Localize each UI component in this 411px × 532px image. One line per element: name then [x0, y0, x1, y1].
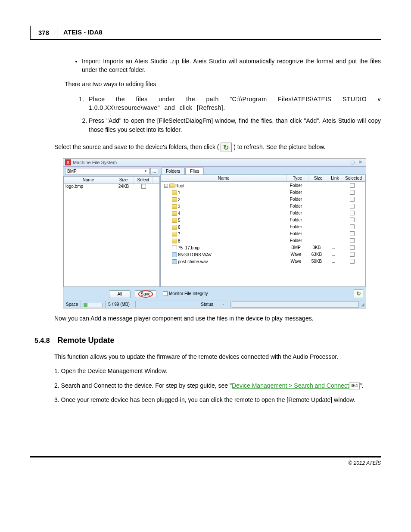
- checkbox-icon[interactable]: [350, 224, 355, 229]
- remote-step-2b: ".: [360, 382, 364, 389]
- table-row[interactable]: 1Folder: [162, 190, 364, 196]
- table-row[interactable]: 2Folder: [162, 196, 364, 203]
- machine-file-system-window: X Machine File System — ▢ ✕ BMP ▼ …: [63, 158, 366, 308]
- select-source-a: Select the source and save to the device…: [54, 143, 219, 150]
- table-row[interactable]: –RootFolder: [162, 183, 364, 190]
- checkbox-icon[interactable]: [350, 211, 355, 215]
- checkbox-icon[interactable]: [350, 245, 355, 250]
- col-name-r: Name: [161, 175, 287, 181]
- select-source-b: ) to refresh. See the picture below.: [234, 143, 325, 150]
- status-space-value: 5 / 99 (MB): [106, 301, 136, 308]
- status-space-progress: [81, 301, 106, 308]
- monitor-integrity-checkbox[interactable]: Monitor File Integrity: [163, 291, 208, 296]
- save-button[interactable]: Save: [135, 290, 156, 298]
- minimize-button[interactable]: —: [341, 160, 349, 165]
- folder-icon: [169, 184, 174, 188]
- col-selected: Selected: [342, 175, 365, 181]
- status-space-label: Space: [63, 301, 81, 308]
- window-title: Machine File System: [73, 160, 117, 165]
- checkbox-icon[interactable]: [141, 184, 146, 189]
- two-ways-text: There are two ways to adding files: [65, 80, 381, 89]
- checkbox-icon[interactable]: [350, 197, 355, 202]
- wave-icon: [172, 252, 177, 257]
- bullet-import: Import: Imports an Ateis Studio .zip fil…: [82, 57, 381, 74]
- col-name: Name: [64, 177, 113, 183]
- page-header: 378 ATEIS - IDA8: [30, 26, 381, 40]
- folder-icon: [172, 204, 177, 209]
- page-number: 378: [30, 26, 57, 39]
- checkbox-icon[interactable]: [350, 252, 355, 257]
- monitor-integrity-label: Monitor File Integrity: [169, 291, 208, 296]
- table-row[interactable]: 8Folder: [162, 238, 364, 245]
- filetype-combo-value: BMP: [67, 169, 77, 174]
- remote-step-2: 2. Search and Connect to the device. For…: [54, 382, 381, 390]
- checkbox-icon[interactable]: [350, 218, 355, 222]
- folder-icon: [172, 225, 177, 230]
- filetype-combo[interactable]: BMP ▼: [65, 168, 149, 175]
- left-file-grid[interactable]: logo.bmp24KB: [63, 184, 160, 287]
- folder-icon: [172, 239, 177, 243]
- status-gauge: [232, 302, 359, 308]
- document-title: ATEIS - IDA8: [57, 26, 109, 39]
- section-title: Remote Update: [58, 336, 115, 345]
- remote-step-1: 1. Open the Device Management Window.: [54, 367, 381, 376]
- folder-icon: [172, 190, 177, 195]
- status-label: Status: [198, 301, 216, 308]
- collapse-icon[interactable]: –: [164, 184, 168, 188]
- checkbox-icon[interactable]: [350, 183, 355, 188]
- section-intro: This function allows you to update the f…: [54, 353, 381, 361]
- table-row[interactable]: 7Folder: [162, 231, 364, 238]
- browse-button[interactable]: …: [150, 168, 158, 175]
- maximize-button[interactable]: ▢: [349, 159, 356, 165]
- tab-files[interactable]: Files: [185, 168, 204, 174]
- col-size: Size: [113, 177, 134, 183]
- page-footer: © 2012 ATEÏS: [30, 456, 381, 466]
- table-row[interactable]: 5Folder: [162, 217, 364, 224]
- resize-grip-icon[interactable]: ◢: [360, 302, 366, 307]
- folder-icon: [172, 232, 177, 236]
- table-row[interactable]: 75_17.bmpBMP3KB...: [162, 245, 364, 252]
- remote-step-3: 3. Once your remote device has been plug…: [54, 396, 381, 404]
- col-size-r: Size: [308, 175, 328, 181]
- table-row[interactable]: post-chime.wavWave50KB...: [162, 258, 364, 265]
- folder-icon: [172, 211, 177, 216]
- status-bar: Space 5 / 99 (MB) Status - ◢: [63, 301, 366, 308]
- tab-folders[interactable]: Folders: [161, 168, 185, 174]
- table-row[interactable]: 4Folder: [162, 210, 364, 217]
- checkbox-icon[interactable]: [350, 238, 355, 243]
- table-row[interactable]: 6Folder: [162, 224, 364, 231]
- col-type: Type: [287, 175, 308, 181]
- checkbox-icon[interactable]: [350, 259, 355, 264]
- refresh-button[interactable]: ↻: [354, 289, 363, 298]
- right-file-grid[interactable]: –RootFolder1Folder2Folder3Folder4Folder5…: [160, 182, 366, 287]
- status-value: -: [216, 301, 231, 308]
- section-number: 5.4.8: [34, 337, 50, 345]
- page-ref: 364: [349, 383, 360, 389]
- app-icon: X: [65, 159, 71, 165]
- select-source-text: Select the source and save to the device…: [54, 143, 381, 152]
- table-row[interactable]: logo.bmp24KB: [64, 184, 159, 190]
- col-link: Link: [328, 175, 342, 181]
- window-titlebar: X Machine File System — ▢ ✕: [63, 159, 366, 167]
- refresh-icon: [221, 143, 232, 152]
- table-row[interactable]: 3Folder: [162, 203, 364, 210]
- col-select: Select: [134, 177, 153, 183]
- device-management-link[interactable]: Device Management > Search and Connect: [232, 382, 349, 389]
- step-2: Press "Add" to open the [FileSelectDialo…: [89, 116, 381, 134]
- wave-icon: [172, 259, 177, 264]
- close-button[interactable]: ✕: [356, 159, 364, 165]
- save-button-label: Save: [140, 292, 152, 296]
- checkbox-icon[interactable]: [350, 231, 355, 236]
- after-screenshot-text: Now you can Add a message player compone…: [54, 314, 381, 323]
- checkbox-icon[interactable]: [350, 204, 355, 208]
- folder-icon: [172, 197, 177, 202]
- all-button[interactable]: All: [109, 290, 131, 298]
- remote-step-2a: 2. Search and Connect to the device. For…: [54, 382, 232, 389]
- file-icon: [172, 246, 177, 250]
- checkbox-icon: [163, 291, 168, 296]
- chevron-down-icon: ▼: [144, 169, 147, 173]
- folder-icon: [172, 218, 177, 223]
- table-row[interactable]: 6NG3TONS.WAVWave63KB...: [162, 252, 364, 258]
- step-1: Place the files under the path "C:\\Prog…: [89, 95, 381, 112]
- checkbox-icon[interactable]: [350, 190, 355, 195]
